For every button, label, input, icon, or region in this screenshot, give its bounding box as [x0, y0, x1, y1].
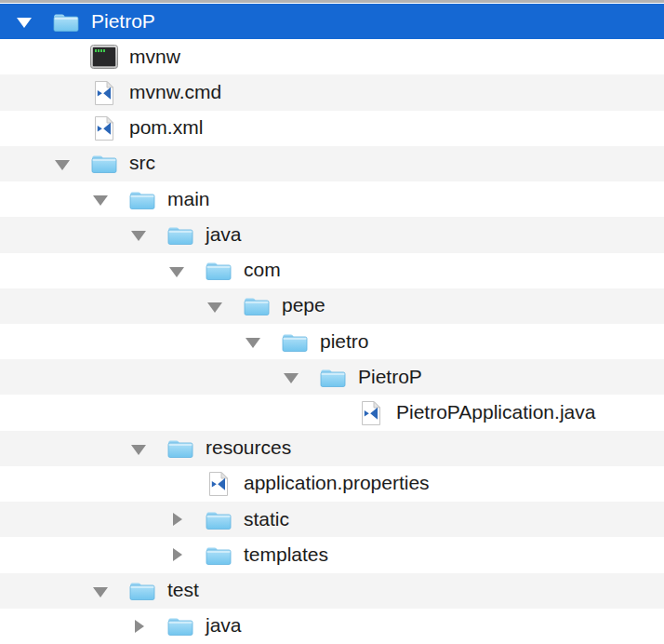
vs-document-icon	[205, 470, 232, 498]
row-label: PietroP	[358, 367, 422, 388]
disclosure-triangle	[55, 86, 70, 101]
file-tree: PietroP mvnw mvnw.cmd po	[0, 4, 664, 644]
folder-icon	[166, 221, 194, 248]
row-label: java	[206, 615, 242, 637]
row-label: mvnw	[129, 47, 180, 68]
row-label: static	[244, 509, 289, 530]
row-label: templates	[244, 544, 328, 566]
tree-row-main[interactable]: main	[0, 181, 664, 217]
row-label: PietroP	[91, 11, 155, 33]
disclosure-triangle[interactable]	[55, 156, 70, 171]
disclosure-triangle[interactable]	[93, 584, 108, 598]
vs-document-icon	[90, 79, 118, 107]
tree-row-src[interactable]: src	[0, 146, 664, 181]
row-label: src	[129, 153, 155, 174]
row-label: PietroPApplication.java	[396, 402, 595, 423]
row-label: resources	[206, 437, 291, 459]
tree-row-static[interactable]: static	[0, 502, 664, 537]
folder-icon	[319, 363, 347, 391]
disclosure-triangle[interactable]	[93, 192, 108, 207]
folder-icon	[166, 612, 194, 640]
row-label: pepe	[282, 295, 325, 316]
folder-icon	[128, 577, 156, 605]
tree-row-templates[interactable]: templates	[0, 537, 664, 572]
disclosure-triangle[interactable]	[246, 334, 260, 349]
tree-row-java[interactable]: java	[0, 217, 664, 252]
folder-icon	[52, 7, 80, 35]
row-label: mvnw.cmd	[129, 82, 221, 103]
disclosure-triangle[interactable]	[17, 14, 32, 29]
tree-row-resources[interactable]: resources	[0, 431, 664, 466]
terminal-exec-icon	[90, 43, 118, 71]
disclosure-triangle	[322, 406, 337, 421]
row-label: pom.xml	[129, 117, 203, 139]
row-label: java	[206, 224, 242, 246]
tree-row-pietrop[interactable]: PietroP	[0, 359, 664, 395]
tree-row-pepe[interactable]: pepe	[0, 288, 664, 324]
folder-icon	[205, 257, 232, 285]
tree-row-mvnw-cmd[interactable]: mvnw.cmd	[0, 74, 664, 110]
folder-icon	[243, 292, 271, 320]
folder-icon	[90, 150, 118, 178]
folder-icon	[166, 435, 194, 463]
row-label: pietro	[320, 331, 369, 353]
disclosure-triangle	[55, 49, 70, 64]
disclosure-triangle[interactable]	[284, 369, 299, 384]
folder-icon	[205, 505, 232, 533]
folder-icon	[281, 328, 309, 356]
file-tree-panel: PietroP mvnw mvnw.cmd po	[0, 0, 664, 644]
tree-row-test[interactable]: test	[0, 573, 664, 609]
vs-document-icon	[90, 114, 118, 142]
disclosure-triangle[interactable]	[169, 263, 184, 278]
tree-row-pietrop[interactable]: PietroP	[0, 4, 664, 39]
row-label: test	[167, 580, 199, 601]
tree-row-pietropapplication-java[interactable]: PietroPApplication.java	[0, 395, 664, 430]
row-label: main	[167, 189, 210, 210]
folder-icon	[128, 185, 156, 213]
disclosure-triangle	[169, 476, 184, 491]
tree-row-pom-xml[interactable]: pom.xml	[0, 111, 664, 146]
tree-row-java[interactable]: java	[0, 609, 664, 644]
disclosure-triangle[interactable]	[169, 547, 184, 562]
row-label: application.properties	[244, 473, 430, 494]
disclosure-triangle[interactable]	[131, 441, 146, 456]
disclosure-triangle	[55, 121, 70, 136]
folder-icon	[205, 541, 232, 569]
tree-row-application-properties[interactable]: application.properties	[0, 466, 664, 502]
tree-row-com[interactable]: com	[0, 253, 664, 288]
vs-document-icon	[357, 399, 385, 427]
tree-row-mvnw[interactable]: mvnw	[0, 39, 664, 74]
row-label: com	[244, 260, 281, 281]
disclosure-triangle[interactable]	[207, 299, 222, 314]
tree-row-pietro[interactable]: pietro	[0, 324, 664, 359]
disclosure-triangle[interactable]	[169, 512, 184, 527]
disclosure-triangle[interactable]	[131, 619, 146, 634]
disclosure-triangle[interactable]	[131, 227, 146, 242]
